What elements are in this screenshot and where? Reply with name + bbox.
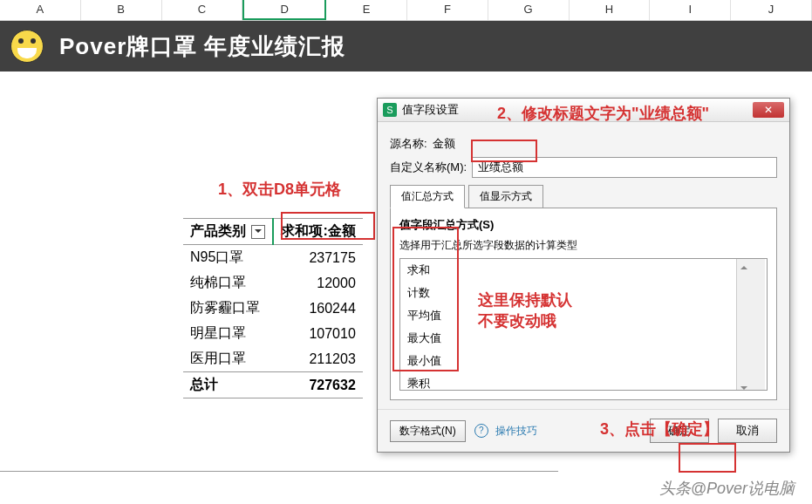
list-item[interactable]: 乘积 [400,372,767,391]
title-banner: Pover牌口罩 年度业绩汇报 [0,21,812,72]
tips-link[interactable]: 操作技巧 [495,424,537,439]
table-row[interactable]: 明星口罩107010 [183,321,363,346]
highlight-ok [679,443,736,473]
col-G[interactable]: G [488,0,570,20]
scrollbar[interactable] [736,259,765,391]
close-icon[interactable]: ✕ [753,102,784,118]
col-D[interactable]: D [242,0,326,20]
cancel-button[interactable]: 取消 [718,419,777,443]
banner-title: Pover牌口罩 年度业绩汇报 [59,31,346,62]
annotation-3b: 不要改动哦 [478,310,556,331]
help-icon[interactable]: ? [474,424,488,438]
table-row[interactable]: 防雾霾口罩160244 [183,296,363,321]
annotation-2: 2、修改标题文字为"业绩总额" [497,103,709,124]
col-B[interactable]: B [81,0,162,20]
source-name-value: 金额 [433,136,455,152]
col-I[interactable]: I [650,0,731,20]
highlight-custom-name [471,140,537,162]
sheet-divider [0,471,558,472]
dialog-title-text: 值字段设置 [402,102,459,118]
annotation-4: 3、点击【确定】 [600,419,719,439]
col-H[interactable]: H [570,0,651,20]
highlight-d8 [281,212,375,240]
pivot-header-category[interactable]: 产品类别 [183,219,273,245]
tab-summary[interactable]: 值汇总方式 [390,185,465,208]
pivot-total-value: 727632 [273,372,362,398]
custom-name-label: 自定义名称(M): [390,160,467,175]
pivot-total-label: 总计 [183,372,273,398]
number-format-button[interactable]: 数字格式(N) [390,420,466,442]
source-name-label: 源名称: [390,136,427,152]
tab-display[interactable]: 值显示方式 [468,185,543,208]
col-C[interactable]: C [162,0,243,20]
col-E[interactable]: E [326,0,407,20]
annotation-3: 这里保持默认 [478,289,572,310]
annotation-1: 1、双击D8单元格 [218,179,341,200]
table-row[interactable]: 医用口罩211203 [183,346,363,372]
highlight-listbox [392,227,459,371]
pivot-table: 产品类别 求和项:金额 N95口罩237175纯棉口罩12000防雾霾口罩160… [183,218,363,398]
column-headers: ABCDEFGHIJ [0,0,812,21]
table-row[interactable]: N95口罩237175 [183,245,363,271]
table-row[interactable]: 纯棉口罩12000 [183,270,363,296]
col-A[interactable]: A [0,0,81,20]
mask-emoji-icon [10,30,44,63]
watermark: 头条@Pover说电脑 [659,478,795,499]
col-F[interactable]: F [407,0,488,20]
filter-dropdown-icon[interactable] [251,225,265,239]
dialog-app-icon: S [383,103,397,117]
col-J[interactable]: J [731,0,812,20]
